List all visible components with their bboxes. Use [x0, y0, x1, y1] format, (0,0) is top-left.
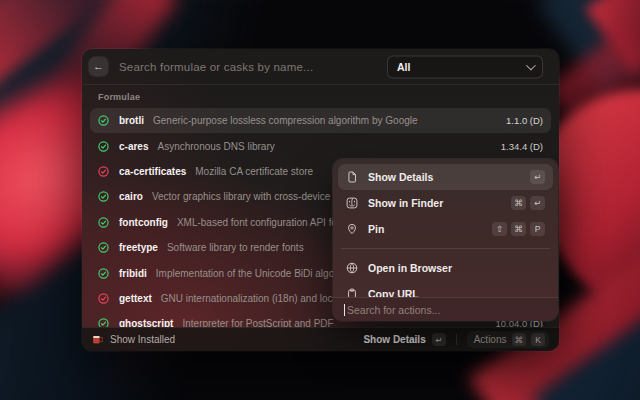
desktop: ← Search formulae or casks by name... Al…	[0, 0, 640, 400]
actions-menu-list: Show Details↵Show in Finder⌘↵Pin⇧⌘POpen …	[333, 159, 558, 297]
k-key-badge: K	[531, 333, 545, 346]
menu-item-label: Open in Browser	[368, 262, 452, 274]
command-key-badge: ⌘	[512, 333, 527, 346]
formula-version: 1.1.0 (D)	[498, 115, 543, 126]
homebrew-icon	[92, 334, 103, 345]
key-badge: ⌘	[511, 196, 526, 210]
check-circle-icon	[98, 166, 109, 177]
check-circle-icon	[98, 141, 109, 152]
formula-name: brotli	[119, 115, 144, 126]
check-circle-icon	[98, 268, 109, 279]
menu-item-pin[interactable]: Pin⇧⌘P	[338, 216, 553, 242]
formula-name: c-ares	[119, 141, 148, 152]
menu-item-label: Show Details	[368, 171, 433, 183]
menu-divider	[341, 248, 550, 249]
formula-name: cairo	[119, 191, 143, 202]
check-circle-icon	[98, 217, 109, 228]
pin-icon	[346, 223, 358, 235]
key-badge: ↵	[530, 196, 545, 210]
menu-item-label: Pin	[368, 223, 384, 235]
formula-name: ca-certificates	[119, 166, 186, 177]
menu-item-show-details[interactable]: Show Details↵	[338, 164, 553, 190]
actions-search-input[interactable]: Search for actions...	[347, 304, 440, 316]
primary-action-label[interactable]: Show Details	[363, 334, 425, 345]
formula-version: 1.34.4 (D)	[493, 141, 543, 152]
formula-description: Vector graphics library with cross-devic…	[152, 191, 361, 202]
actions-button[interactable]: Actions ⌘ K	[467, 331, 549, 348]
section-header: Formulae	[82, 85, 559, 108]
actions-search-field[interactable]: Search for actions...	[333, 297, 558, 321]
check-circle-icon	[98, 318, 109, 327]
key-badge: ⇧	[492, 222, 507, 236]
wallpaper-shape	[585, 0, 640, 74]
formula-name: fribidi	[119, 268, 147, 279]
key-badge: ↵	[530, 170, 545, 184]
actions-label: Actions	[474, 334, 507, 345]
check-circle-icon	[98, 191, 109, 202]
finder-icon	[346, 197, 358, 209]
back-arrow-icon: ←	[93, 61, 104, 72]
footer-divider	[456, 334, 457, 345]
formula-row[interactable]: c-aresAsynchronous DNS library1.34.4 (D)	[90, 133, 551, 158]
menu-item-label: Copy URL	[368, 288, 419, 297]
formula-description: Implementation of the Unicode BiDi algor…	[156, 268, 357, 279]
search-header: ← Search formulae or casks by name... Al…	[82, 49, 559, 85]
menu-item-show-in-finder[interactable]: Show in Finder⌘↵	[338, 190, 553, 216]
formula-description: Mozilla CA certificate store	[195, 166, 313, 177]
menu-item-shortcuts: ⌘↵	[511, 196, 545, 210]
check-circle-icon	[98, 115, 109, 126]
formula-name: fontconfig	[119, 217, 168, 228]
back-button[interactable]: ←	[89, 57, 108, 76]
return-key-badge: ↵	[432, 333, 446, 346]
key-badge: P	[530, 222, 545, 236]
text-cursor	[344, 304, 345, 316]
show-installed-label[interactable]: Show Installed	[110, 334, 175, 345]
wallpaper-shape	[546, 28, 640, 192]
formula-description: Asynchronous DNS library	[157, 141, 274, 152]
check-circle-icon	[98, 242, 109, 253]
formula-name: ghostscript	[119, 318, 173, 327]
formula-name: gettext	[119, 293, 152, 304]
menu-item-shortcuts: ⇧⌘P	[492, 222, 545, 236]
filter-selected-value: All	[397, 61, 410, 73]
clipboard-icon	[346, 288, 358, 297]
formula-description: Software library to render fonts	[167, 242, 304, 253]
menu-item-shortcuts: ↵	[530, 170, 545, 184]
globe-icon	[346, 262, 358, 274]
check-circle-icon	[98, 293, 109, 304]
formula-description: Interpreter for PostScript and PDF	[182, 318, 333, 327]
actions-menu: Show Details↵Show in Finder⌘↵Pin⇧⌘POpen …	[333, 159, 558, 321]
formula-description: Generic-purpose lossless compression alg…	[153, 115, 418, 126]
chevron-down-icon	[526, 60, 536, 70]
filter-dropdown[interactable]: All	[387, 55, 543, 78]
status-bar: Show Installed Show Details ↵ Actions ⌘ …	[82, 327, 559, 351]
menu-item-open-in-browser[interactable]: Open in Browser	[338, 255, 553, 281]
menu-item-label: Show in Finder	[368, 197, 443, 209]
formula-name: freetype	[119, 242, 158, 253]
formula-row[interactable]: brotliGeneric-purpose lossless compressi…	[90, 108, 551, 133]
search-input[interactable]: Search formulae or casks by name...	[119, 61, 313, 73]
key-badge: ⌘	[511, 222, 526, 236]
document-icon	[346, 171, 358, 183]
menu-item-copy-url[interactable]: Copy URL	[338, 281, 553, 297]
